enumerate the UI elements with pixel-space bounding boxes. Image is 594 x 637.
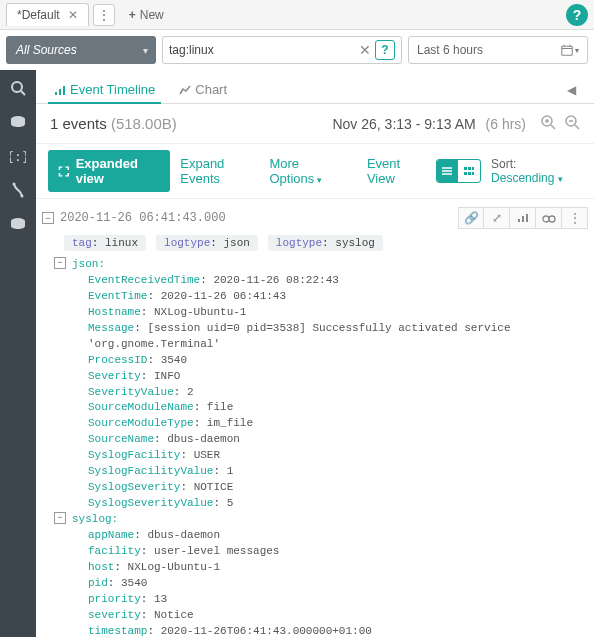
tab-event-timeline-label: Event Timeline (70, 82, 155, 97)
collapse-left-icon[interactable]: ◀ (561, 77, 582, 103)
json-field: SourceModuleType: im_file (54, 416, 588, 432)
time-range-duration: (6 hrs) (486, 116, 526, 132)
tag-chip[interactable]: tag: linux (64, 235, 146, 251)
svg-rect-28 (468, 172, 471, 175)
action-expand-icon[interactable]: ⤢ (484, 207, 510, 229)
json-field: host: NXLog-Ubuntu-1 (54, 560, 588, 576)
json-field: SourceName: dbus-daemon (54, 432, 588, 448)
json-field: Severity: INFO (54, 369, 588, 385)
svg-rect-30 (518, 219, 520, 222)
action-link-icon[interactable]: 🔗 (458, 207, 484, 229)
svg-rect-0 (562, 46, 573, 55)
svg-rect-12 (59, 89, 61, 95)
rail-search-icon[interactable] (6, 76, 30, 100)
svg-rect-27 (464, 172, 467, 175)
clear-icon[interactable]: ✕ (359, 42, 371, 58)
new-tab-label: New (140, 8, 164, 22)
svg-rect-24 (464, 167, 467, 170)
svg-line-5 (21, 91, 25, 95)
json-field: timestamp: 2020-11-26T06:41:43.000000+01… (54, 624, 588, 637)
json-field: facility: user-level messages (54, 544, 588, 560)
close-icon[interactable]: ✕ (68, 8, 78, 22)
svg-text:{:}: {:} (10, 149, 26, 164)
action-more-icon[interactable]: ⋮ (562, 207, 588, 229)
svg-point-9 (21, 195, 24, 198)
tab-event-timeline[interactable]: Event Timeline (48, 76, 161, 103)
time-range-dropdown[interactable]: Last 6 hours ▾ (408, 36, 588, 64)
tab-chart[interactable]: Chart (173, 76, 233, 103)
json-field: ProcessID: 3540 (54, 353, 588, 369)
json-field: SourceModuleName: file (54, 400, 588, 416)
sources-label: All Sources (16, 43, 77, 57)
rail-db2-icon[interactable] (6, 212, 30, 236)
svg-rect-29 (472, 172, 474, 175)
svg-point-4 (12, 82, 22, 92)
json-field: severity: Notice (54, 608, 588, 624)
syslog-section-label: syslog: (72, 512, 118, 528)
zoom-in-icon[interactable] (540, 114, 556, 133)
svg-rect-11 (55, 92, 57, 95)
action-bar-icon[interactable] (510, 207, 536, 229)
collapse-icon[interactable]: − (54, 257, 66, 269)
json-field: EventReceivedTime: 2020-11-26 08:22:43 (54, 273, 588, 289)
chart-icon (179, 84, 191, 96)
event-row-header: − 2020-11-26 06:41:43.000 🔗 ⤢ ⋮ (42, 205, 588, 231)
json-field: SyslogSeverity: NOTICE (54, 480, 588, 496)
json-field: SyslogFacility: USER (54, 448, 588, 464)
event-timestamp: 2020-11-26 06:41:43.000 (60, 211, 226, 225)
more-options-link[interactable]: More Options (269, 156, 346, 186)
json-field: SyslogFacilityValue: 1 (54, 464, 588, 480)
events-count: 1 events (50, 115, 107, 132)
tag-chip[interactable]: logtype: json (156, 235, 258, 251)
filter-bar: All Sources ✕ ? Last 6 hours ▾ (0, 30, 594, 70)
svg-point-8 (13, 183, 16, 186)
result-summary: 1 events (518.00B) Nov 26, 3:13 - 9:13 A… (36, 104, 594, 143)
view-list-icon[interactable] (437, 160, 459, 182)
action-binoculars-icon[interactable] (536, 207, 562, 229)
svg-line-15 (551, 125, 555, 129)
json-field: Message: [session uid=0 pid=3538] Succes… (54, 321, 588, 353)
view-grid-icon[interactable] (458, 160, 480, 182)
expanded-view-button[interactable]: Expanded view (48, 150, 170, 192)
tab-chart-label: Chart (195, 82, 227, 97)
search-input[interactable] (169, 43, 355, 57)
rail-db-icon[interactable] (6, 110, 30, 134)
rail-braces-icon[interactable]: {:} (6, 144, 30, 168)
event-toolbar: Expanded view Expand Events More Options… (36, 143, 594, 199)
json-section-label: json: (72, 257, 105, 273)
expand-events-link[interactable]: Expand Events (180, 156, 259, 186)
svg-rect-26 (472, 167, 474, 170)
view-tabs: Event Timeline Chart ◀ (36, 70, 594, 104)
rail-pipe-icon[interactable] (6, 178, 30, 202)
events-bytes: (518.00B) (111, 115, 177, 132)
collapse-icon[interactable]: − (42, 212, 54, 224)
tab-menu-button[interactable]: ⋮ (93, 4, 115, 26)
svg-line-19 (575, 125, 579, 129)
event-tags: tag: linuxlogtype: jsonlogtype: syslog (42, 231, 588, 255)
window-tabs-bar: *Default ✕ ⋮ + New ? (0, 0, 594, 30)
sources-dropdown[interactable]: All Sources (6, 36, 156, 64)
collapse-icon[interactable]: − (54, 512, 66, 524)
tab-default[interactable]: *Default ✕ (6, 3, 89, 26)
event-view-label: Event View (367, 156, 426, 186)
new-tab-button[interactable]: + New (121, 4, 172, 26)
search-help-icon[interactable]: ? (375, 40, 395, 60)
expand-icon (58, 165, 70, 178)
svg-rect-32 (526, 214, 528, 222)
help-icon[interactable]: ? (566, 4, 588, 26)
plus-icon: + (129, 8, 136, 22)
json-field: pid: 3540 (54, 576, 588, 592)
time-range-label: Last 6 hours (417, 43, 483, 57)
json-field: priority: 13 (54, 592, 588, 608)
time-range-text: Nov 26, 3:13 - 9:13 AM (332, 116, 475, 132)
event-view-toggle (436, 159, 481, 183)
sort-label: Sort: (491, 157, 516, 171)
sort-control[interactable]: Sort: Descending ▾ (491, 157, 582, 185)
expanded-view-label: Expanded view (76, 156, 161, 186)
search-field-wrap: ✕ ? (162, 36, 402, 64)
json-field: Hostname: NXLog-Ubuntu-1 (54, 305, 588, 321)
tag-chip[interactable]: logtype: syslog (268, 235, 383, 251)
json-field: EventTime: 2020-11-26 06:41:43 (54, 289, 588, 305)
zoom-out-icon[interactable] (564, 114, 580, 133)
svg-rect-13 (63, 86, 65, 95)
